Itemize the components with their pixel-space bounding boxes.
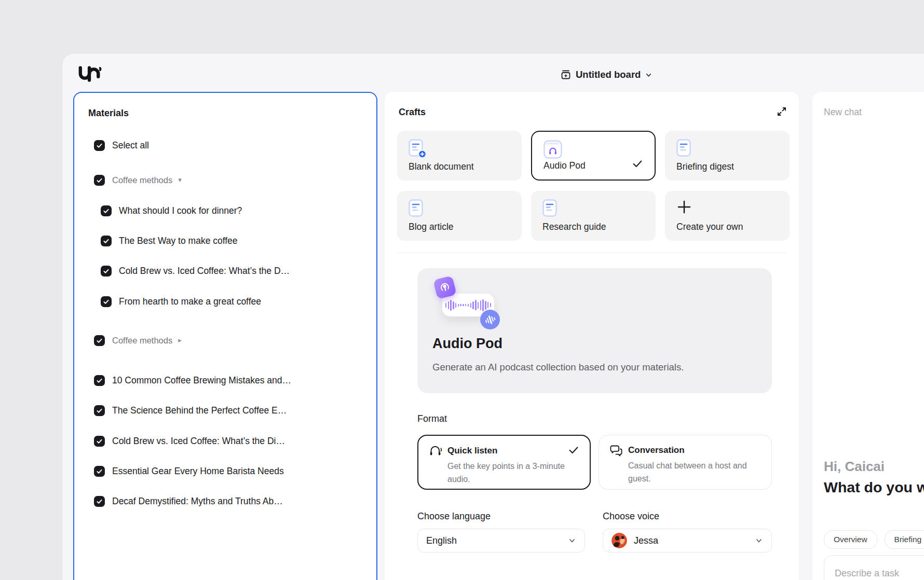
doc-icon: [409, 199, 425, 220]
format-option-title: Conversation: [628, 445, 685, 456]
materials-item-row[interactable]: Decaf Demystified: Myths and Truths Ab…: [94, 494, 283, 508]
language-value: English: [426, 535, 568, 546]
craft-card-briefing-digest[interactable]: Briefing digest: [665, 131, 790, 181]
expand-icon[interactable]: [775, 105, 789, 118]
voice-value: Jessa: [634, 535, 755, 546]
craft-card-create-your-own[interactable]: Create your own: [665, 191, 790, 241]
chevron-down-icon: [645, 71, 653, 79]
headphones-icon: [429, 444, 442, 460]
task-input[interactable]: [824, 555, 924, 580]
materials-item-label: Coffee methods: [112, 173, 172, 187]
checkbox-checked[interactable]: [101, 205, 112, 216]
checkbox-checked[interactable]: [94, 335, 105, 346]
materials-item-label: Cold Brew vs. Iced Coffee: What’s the Di…: [112, 434, 285, 448]
choose-voice-label: Choose voice: [603, 510, 659, 522]
materials-item-row[interactable]: 10 Common Coffee Brewing Mistakes and…: [94, 373, 291, 388]
craft-card-research-guide[interactable]: Research guide: [531, 191, 656, 241]
checkbox-checked[interactable]: [101, 296, 112, 307]
plus-icon: [676, 199, 692, 217]
checkbox-checked[interactable]: [101, 266, 112, 277]
materials-item-label: The Best Way to make coffee: [119, 233, 238, 248]
craft-card-blog-article[interactable]: Blog article: [397, 191, 522, 241]
checkbox-checked[interactable]: [94, 175, 105, 186]
checkbox-checked[interactable]: [101, 236, 112, 246]
materials-item-label: Select all: [112, 138, 149, 153]
audio-pod-icon: [543, 140, 562, 161]
app-canvas: Untitled board Materials Select allCoffe…: [62, 53, 924, 580]
chevron-down-icon: [568, 536, 576, 545]
board-icon: [560, 69, 572, 80]
materials-item-label: 10 Common Coffee Brewing Mistakes and…: [112, 373, 291, 388]
doc-icon: [676, 139, 693, 160]
new-chat-panel: New chat Hi, Caicai What do you want to …: [812, 92, 924, 580]
app-logo-icon[interactable]: [78, 65, 102, 84]
chat-chip-overview[interactable]: Overview: [824, 530, 877, 549]
check-icon: [632, 158, 643, 171]
format-option-conversation[interactable]: ConversationCasual chat between a host a…: [599, 435, 772, 490]
materials-item-label: Essential Gear Every Home Barista Needs: [112, 464, 284, 478]
materials-item-row[interactable]: Select all: [94, 138, 149, 153]
checkbox-checked[interactable]: [94, 466, 105, 477]
divider: [397, 253, 786, 253]
materials-item-row[interactable]: Essential Gear Every Home Barista Needs: [94, 464, 284, 478]
voice-select[interactable]: Jessa: [603, 529, 772, 553]
jessa-avatar: [612, 533, 627, 548]
materials-item-label: Coffee methods: [112, 333, 172, 348]
craft-card-label: Research guide: [542, 221, 606, 232]
materials-item-row[interactable]: From hearth to make a great coffee: [101, 294, 261, 309]
new-chat-title: New chat: [824, 106, 862, 118]
craft-card-label: Blog article: [409, 221, 454, 232]
audio-pod-description: Generate an AI podcast collection based …: [432, 361, 684, 374]
format-option-description: Get the key points in a 3-minute audio.: [447, 460, 578, 486]
audio-wave-bubble-icon: [480, 310, 500, 329]
materials-title: Materials: [88, 107, 129, 119]
chat-prompt: What do you want to do?: [824, 478, 924, 496]
materials-item-row[interactable]: The Best Way to make coffee: [101, 233, 238, 248]
checkbox-checked[interactable]: [94, 496, 105, 507]
materials-item-label: What should I cook for dinner?: [119, 203, 242, 218]
audio-pod-title: Audio Pod: [432, 335, 502, 352]
materials-panel: Materials Select allCoffee methods▾What …: [73, 92, 377, 580]
craft-card-label: Audio Pod: [543, 160, 586, 171]
audio-pod-illustration: [417, 268, 521, 336]
checkbox-checked[interactable]: [94, 405, 105, 416]
check-icon: [568, 444, 579, 458]
chat-suggestion-chips: OverviewBriefing digest: [824, 530, 924, 549]
checkbox-checked[interactable]: [94, 140, 105, 151]
format-option-quick-listen[interactable]: Quick listenGet the key points in a 3-mi…: [417, 435, 591, 490]
doc-icon: [542, 199, 559, 220]
language-select[interactable]: English: [417, 529, 585, 553]
checkbox-checked[interactable]: [94, 436, 105, 447]
audio-pod-hero: Audio Pod Generate an AI podcast collect…: [417, 268, 772, 393]
materials-group-row[interactable]: Coffee methods▸: [94, 333, 182, 348]
chat-greeting: Hi, Caicai: [824, 458, 885, 475]
caret-right-icon[interactable]: ▸: [178, 333, 182, 348]
craft-card-blank-document[interactable]: Blank document: [397, 131, 522, 181]
board-title: Untitled board: [576, 68, 641, 81]
crafts-title: Crafts: [399, 106, 426, 118]
board-title-button[interactable]: Untitled board: [560, 68, 653, 81]
checkbox-checked[interactable]: [94, 375, 105, 386]
materials-item-row[interactable]: Cold Brew vs. Iced Coffee: What’s the D…: [101, 264, 290, 278]
materials-item-label: The Science Behind the Perfect Coffee E…: [112, 403, 287, 418]
craft-card-label: Create your own: [676, 221, 743, 232]
craft-card-audio-pod[interactable]: Audio Pod: [531, 131, 656, 181]
format-option-description: Casual chat between a host and guest.: [628, 459, 759, 485]
craft-card-label: Blank document: [409, 161, 474, 172]
materials-item-row[interactable]: The Science Behind the Perfect Coffee E…: [94, 403, 287, 418]
materials-group-row[interactable]: Coffee methods▾: [94, 173, 182, 187]
craft-card-label: Briefing digest: [676, 161, 734, 172]
format-option-title: Quick listen: [447, 445, 497, 457]
materials-item-row[interactable]: Cold Brew vs. Iced Coffee: What’s the Di…: [94, 434, 285, 448]
chat-chip-briefing-digest[interactable]: Briefing digest: [885, 530, 924, 549]
crafts-panel: Crafts Blank documentAudio PodBriefing d…: [385, 92, 799, 580]
materials-item-row[interactable]: What should I cook for dinner?: [101, 203, 242, 218]
chat-bubbles-icon: [609, 444, 623, 459]
screen: Untitled board Materials Select allCoffe…: [0, 0, 924, 580]
caret-down-icon[interactable]: ▾: [178, 173, 182, 187]
materials-item-label: Cold Brew vs. Iced Coffee: What’s the D…: [119, 264, 290, 278]
choose-language-label: Choose language: [417, 510, 491, 522]
doc-new-icon: [409, 139, 427, 161]
format-label: Format: [417, 412, 447, 425]
materials-item-label: From hearth to make a great coffee: [119, 294, 261, 309]
